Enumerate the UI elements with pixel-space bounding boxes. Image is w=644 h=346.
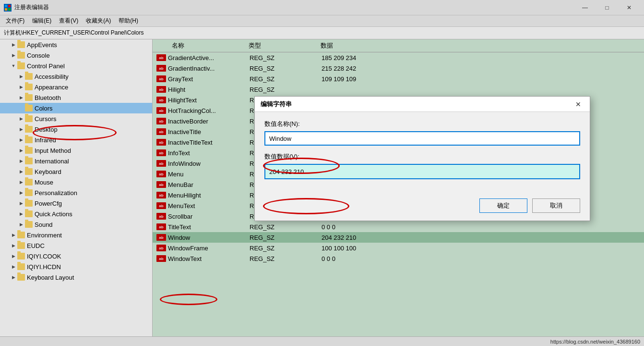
dialog-close-button[interactable]: ✕ xyxy=(572,99,584,110)
dialog-title-text: 编辑字符串 xyxy=(261,100,572,109)
dialog-data-label: 数值数据(V): xyxy=(264,152,580,161)
dialog-cancel-button[interactable]: 取消 xyxy=(532,198,580,213)
edit-string-dialog: 编辑字符串 ✕ 数值名称(N): 数值数据(V): 确定 取消 xyxy=(254,96,590,221)
dialog-buttons: 确定 取消 xyxy=(255,194,590,221)
dialog-name-label: 数值名称(N): xyxy=(264,120,580,128)
dialog-data-input[interactable] xyxy=(264,164,580,179)
dialog-ok-button[interactable]: 确定 xyxy=(479,198,527,213)
dialog-body: 数值名称(N): 数值数据(V): xyxy=(255,112,590,194)
dialog-title-bar: 编辑字符串 ✕ xyxy=(255,97,590,112)
dialog-name-input[interactable] xyxy=(264,131,580,146)
